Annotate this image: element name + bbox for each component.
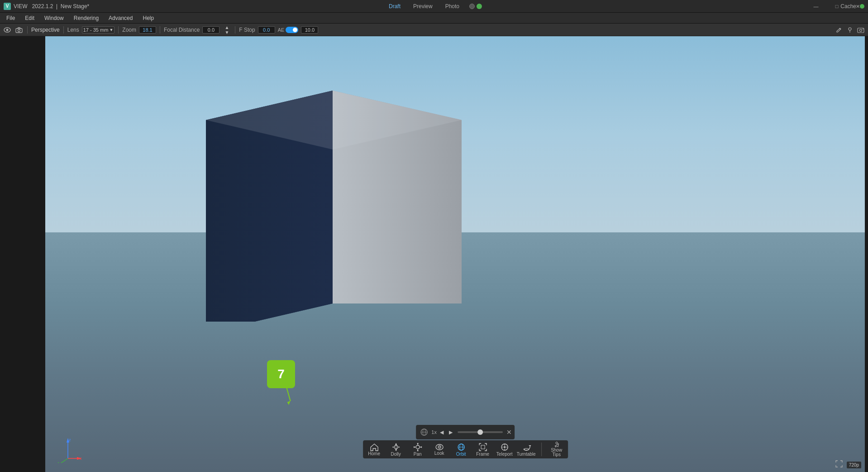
- menu-file[interactable]: File: [2, 14, 19, 22]
- menu-rendering[interactable]: Rendering: [69, 14, 103, 22]
- preview-mode-btn[interactable]: Preview: [410, 2, 435, 10]
- zoom-field[interactable]: 18.1: [139, 26, 156, 34]
- close-button[interactable]: ✕: [847, 0, 868, 13]
- perspective-label[interactable]: Perspective: [31, 27, 60, 33]
- title-bar: V VIEW 2022.1.2 | New Stage* Draft Previ…: [0, 0, 868, 13]
- menu-advanced[interactable]: Advanced: [104, 14, 137, 22]
- teleport-label: Teleport: [496, 452, 513, 457]
- svg-text:x: x: [80, 456, 81, 461]
- lens-select[interactable]: 17 - 35 mm ▼: [82, 26, 115, 34]
- record-buttons: [469, 4, 482, 9]
- window-controls: — □ ✕: [806, 0, 868, 13]
- svg-point-37: [439, 447, 440, 448]
- svg-marker-43: [529, 445, 531, 447]
- toolbar-separator-2: [63, 26, 64, 34]
- menu-help[interactable]: Help: [138, 14, 158, 22]
- svg-rect-2: [16, 29, 22, 33]
- expand-btn[interactable]: [835, 460, 843, 469]
- title-center: Draft Preview Photo: [386, 2, 482, 10]
- stage-name: New Stage*: [61, 3, 89, 10]
- eye-icon-btn[interactable]: [3, 25, 12, 34]
- minimize-button[interactable]: —: [806, 0, 826, 13]
- viewport[interactable]: 7 z x y: [45, 36, 865, 472]
- svg-marker-34: [417, 450, 419, 451]
- svg-marker-33: [417, 443, 419, 444]
- svg-marker-29: [395, 449, 397, 451]
- focal-up-icon[interactable]: ▲ ▼: [222, 25, 231, 34]
- show-tips-btn[interactable]: Show Tips: [549, 442, 564, 457]
- frame-label: Frame: [476, 452, 489, 457]
- svg-point-45: [555, 442, 557, 444]
- ae-toggle-group: AE: [278, 27, 299, 33]
- dolly-tool-btn[interactable]: Dolly: [388, 442, 404, 457]
- toolbar-right-icons: [835, 25, 865, 34]
- turntable-label: Turntable: [517, 452, 536, 457]
- focal-up-arrow: ▲: [224, 25, 229, 30]
- speed-slider-area: [456, 431, 505, 433]
- pan-label: Pan: [414, 452, 422, 457]
- f-stop-field[interactable]: 0.0: [258, 26, 275, 34]
- focal-distance-label: Focal Distance: [164, 27, 200, 33]
- pan-tool-btn[interactable]: Pan: [410, 442, 425, 457]
- svg-point-7: [863, 29, 863, 29]
- svg-line-14: [286, 387, 291, 401]
- orbit-tool-btn[interactable]: Orbit: [453, 442, 469, 457]
- svg-line-20: [60, 458, 68, 463]
- teleport-tool-btn[interactable]: Teleport: [497, 442, 512, 457]
- menu-edit[interactable]: Edit: [20, 14, 39, 22]
- svg-point-1: [6, 29, 9, 31]
- pencil-icon-btn[interactable]: [835, 25, 844, 34]
- svg-point-42: [504, 446, 506, 448]
- speed-next-btn[interactable]: ▶: [447, 426, 455, 438]
- photo-icon-btn[interactable]: [856, 25, 865, 34]
- f-stop-label: F Stop: [239, 27, 255, 33]
- toolbar-separator-5: [235, 26, 235, 34]
- record-dot-gray[interactable]: [469, 4, 475, 9]
- turntable-tool-btn[interactable]: Turntable: [519, 442, 534, 457]
- svg-marker-31: [414, 446, 415, 448]
- svg-marker-28: [395, 443, 397, 445]
- svg-marker-32: [420, 446, 422, 448]
- main-area: 7 z x y: [0, 36, 868, 472]
- speed-close-btn[interactable]: ✕: [506, 429, 513, 436]
- ae-knob: [293, 28, 297, 32]
- speed-prev-btn[interactable]: ◀: [438, 426, 446, 438]
- show-tips-label: Show Tips: [549, 448, 564, 457]
- record-dot-green[interactable]: [477, 4, 482, 9]
- look-label: Look: [434, 451, 444, 456]
- speed-slider-track[interactable]: [458, 431, 503, 433]
- maximize-button[interactable]: □: [826, 0, 847, 13]
- camera-icon-btn[interactable]: [14, 25, 24, 34]
- orbit-speed-icon[interactable]: [418, 426, 430, 438]
- axis-indicator: z x y: [54, 436, 81, 463]
- svg-point-6: [860, 29, 862, 31]
- frame-tool-btn[interactable]: Frame: [475, 442, 491, 457]
- dolly-label: Dolly: [391, 452, 401, 457]
- app-name: VIEW: [14, 3, 28, 10]
- svg-rect-40: [481, 445, 485, 449]
- speed-slider-thumb[interactable]: [477, 429, 483, 435]
- viewport-toolbar: Perspective Lens 17 - 35 mm ▼ Zoom 18.1 …: [0, 24, 868, 36]
- photo-mode-btn[interactable]: Photo: [443, 2, 462, 10]
- home-tool-btn[interactable]: Home: [367, 442, 382, 457]
- app-version: 2022.1.2: [32, 3, 53, 10]
- focal-distance-field[interactable]: 0.0: [202, 26, 219, 34]
- look-tool-btn[interactable]: Look: [432, 442, 447, 457]
- ae-value-field[interactable]: 10.0: [301, 26, 318, 34]
- pin-icon-btn[interactable]: [845, 25, 854, 34]
- ae-switch[interactable]: [286, 27, 298, 33]
- home-label: Home: [368, 452, 380, 456]
- lens-dropdown-icon: ▼: [109, 28, 113, 32]
- badge-number-7: 7: [267, 360, 295, 388]
- toolbar-separator-3: [118, 26, 119, 34]
- app-icon: V: [4, 3, 11, 10]
- svg-text:z: z: [69, 438, 71, 442]
- toolbar-separator-main: [541, 443, 542, 456]
- svg-point-30: [416, 445, 420, 449]
- menu-window[interactable]: Window: [40, 14, 68, 22]
- title-text: VIEW 2022.1.2 | New Stage*: [14, 3, 89, 10]
- ae-label: AE: [278, 27, 285, 33]
- menu-bar: File Edit Window Rendering Advanced Help: [0, 13, 868, 24]
- draft-mode-btn[interactable]: Draft: [386, 2, 403, 10]
- svg-point-3: [18, 29, 20, 32]
